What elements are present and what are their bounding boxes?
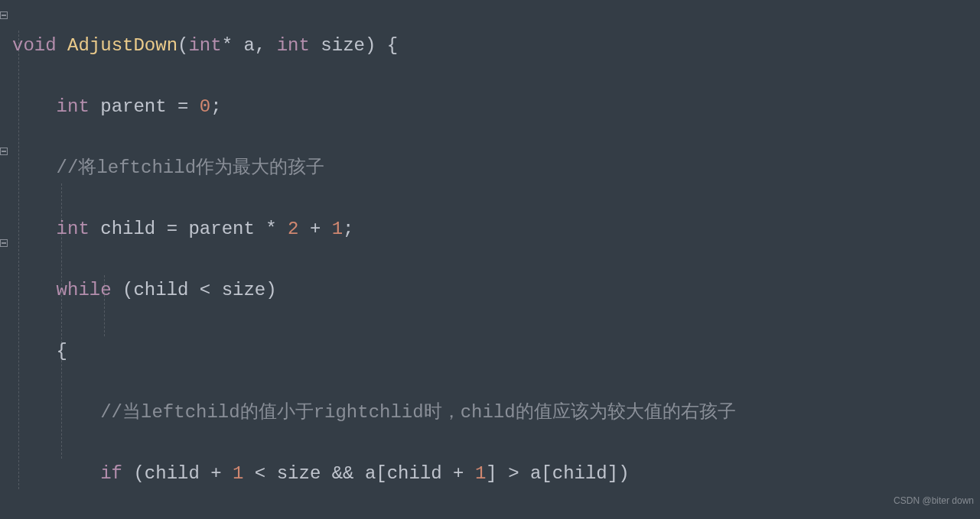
code-editor: void AdjustDown(int* a, int size) { int … bbox=[0, 0, 980, 519]
fold-icon[interactable] bbox=[0, 239, 8, 247]
fold-gutter bbox=[0, 0, 8, 519]
fold-icon[interactable] bbox=[0, 11, 8, 19]
comment: //当leftchild的值小于rightchlid时，child的值应该为较大… bbox=[100, 402, 735, 423]
keyword-void: void bbox=[12, 35, 57, 56]
comment: //将leftchild作为最大的孩子 bbox=[57, 157, 324, 178]
code-line: int parent = 0; bbox=[12, 92, 736, 122]
code-content: void AdjustDown(int* a, int size) { int … bbox=[12, 0, 736, 519]
code-line: void AdjustDown(int* a, int size) { bbox=[12, 31, 736, 61]
keyword-if: if bbox=[100, 463, 122, 484]
keyword-while: while bbox=[57, 280, 112, 300]
code-line: if (child + 1 < size && a[child + 1] > a… bbox=[12, 459, 736, 489]
code-line: //当leftchild的值小于rightchlid时，child的值应该为较大… bbox=[12, 397, 736, 428]
code-line: { bbox=[12, 336, 736, 367]
code-line: while (child < size) bbox=[12, 275, 736, 306]
fold-icon[interactable] bbox=[0, 148, 8, 155]
watermark: CSDN @biter down bbox=[894, 485, 974, 516]
code-line: int child = parent * 2 + 1; bbox=[12, 214, 736, 245]
code-line: //将leftchild作为最大的孩子 bbox=[12, 153, 736, 183]
function-name: AdjustDown bbox=[67, 35, 177, 56]
